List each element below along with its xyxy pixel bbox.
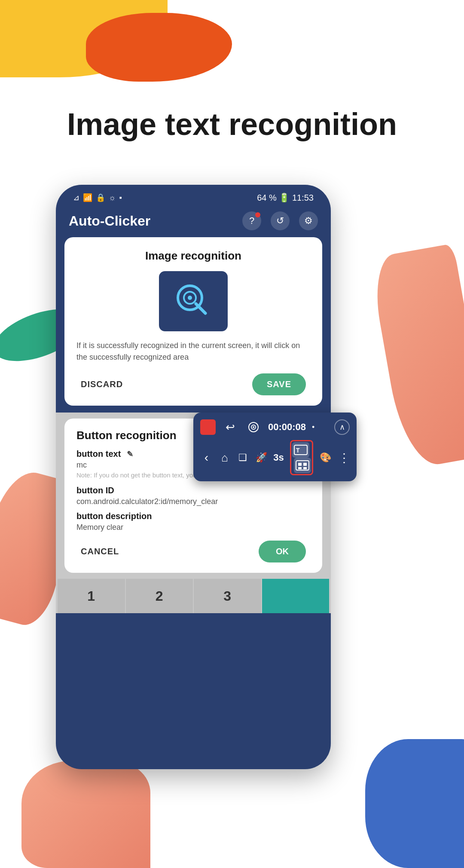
image-recognition-button[interactable]: [294, 458, 311, 473]
battery-small-icon: ▪: [119, 193, 122, 202]
help-icon: ?: [249, 215, 254, 226]
more-button[interactable]: ⋮: [337, 449, 350, 466]
lock-icon: 🔒: [96, 193, 105, 202]
image-recognition-card: Image recognition If it is successfully …: [64, 237, 322, 406]
app-bar: Auto-Clicker ? ↺ ⚙: [56, 207, 331, 237]
blob-orange: [86, 13, 232, 82]
calculator-keys: 1 2 3: [58, 579, 329, 613]
countdown-display: 3s: [273, 452, 284, 463]
button-description-value: Memory clear: [76, 523, 310, 532]
recognition-buttons: T: [290, 440, 313, 475]
discard-button[interactable]: DISCARD: [81, 379, 123, 389]
help-button[interactable]: ?: [242, 211, 261, 230]
toolbar-row-2: ‹ ⌂ ❑ 🚀 3s T: [200, 440, 350, 475]
recognition-image-preview: [159, 271, 228, 331]
text-recognition-group: T: [290, 440, 313, 475]
calc-key-2[interactable]: 2: [126, 579, 193, 613]
svg-rect-11: [298, 467, 302, 469]
timer-display: 00:00:08: [268, 422, 306, 433]
cancel-button[interactable]: CANCEL: [81, 547, 119, 556]
back-button[interactable]: ‹: [200, 449, 213, 466]
status-bar: ⊿ 📶 🔒 ☼ ▪ 64 % 🔋 11:53: [56, 185, 331, 207]
app-title: Auto-Clicker: [69, 213, 242, 229]
wifi-icon: 📶: [83, 193, 92, 202]
battery-icon: 🔋: [279, 193, 292, 202]
hand-right-illustration: [369, 243, 464, 470]
home-button[interactable]: ⌂: [219, 449, 231, 466]
img-recog-icon: [295, 459, 310, 472]
calc-key-3[interactable]: 3: [194, 579, 261, 613]
status-right: 64 % 🔋 11:53: [257, 193, 314, 203]
image-recognition-actions: DISCARD SAVE: [76, 373, 310, 395]
phone-mockup: ⊿ 📶 🔒 ☼ ▪ 64 % 🔋 11:53 Auto-Clicker ?: [56, 185, 331, 769]
text-recognition-button[interactable]: T: [292, 442, 309, 458]
target-icon: [247, 421, 259, 433]
timer-dot: •: [312, 423, 314, 432]
svg-text:T: T: [296, 447, 300, 454]
undo-button[interactable]: ↩: [222, 419, 239, 436]
hand-bottom-right-illustration: [365, 739, 464, 868]
history-icon: ↺: [276, 215, 284, 226]
svg-rect-8: [296, 461, 309, 470]
button-recognition-actions: CANCEL OK: [76, 541, 310, 562]
settings-icon: ⚙: [304, 215, 313, 226]
recognition-description: If it is successfully recognized in the …: [76, 340, 310, 363]
text-recog-icon: T: [293, 443, 308, 456]
expand-button[interactable]: ∧: [334, 419, 350, 435]
stop-button[interactable]: [200, 419, 216, 435]
brightness-icon: ☼: [109, 193, 116, 202]
target-button[interactable]: [245, 419, 262, 436]
touch-cursor-icon: [172, 280, 215, 323]
status-left: ⊿ 📶 🔒 ☼ ▪: [73, 193, 122, 202]
page-headline: Image text recognition: [0, 107, 464, 141]
calc-key-1[interactable]: 1: [58, 579, 125, 613]
svg-rect-10: [303, 463, 307, 466]
time-display: 11:53: [292, 193, 314, 202]
button-id-label: button ID: [76, 486, 310, 495]
history-button[interactable]: ↺: [271, 211, 290, 230]
recents-button[interactable]: ❑: [237, 449, 249, 466]
hand-bottom-left-illustration: [21, 761, 150, 868]
floating-toolbar: ↩ 00:00:08 • ∧ ‹ ⌂ ❑ 🚀 3s: [193, 413, 357, 481]
signal-icon: ⊿: [73, 193, 79, 202]
rocket-button[interactable]: 🚀: [255, 449, 268, 466]
button-description-label: button description: [76, 511, 310, 521]
save-button[interactable]: SAVE: [252, 373, 306, 395]
svg-point-2: [188, 296, 192, 300]
notification-badge: [255, 212, 260, 217]
settings-button[interactable]: ⚙: [299, 211, 318, 230]
svg-point-5: [253, 426, 254, 428]
svg-rect-9: [298, 463, 302, 466]
battery-percent: 64 %: [257, 193, 277, 202]
palette-button[interactable]: 🎨: [319, 449, 332, 466]
button-id-value: com.android.calculator2:id/memory_clear: [76, 497, 310, 506]
calc-key-teal[interactable]: [262, 579, 330, 613]
ok-button[interactable]: OK: [259, 541, 306, 562]
toolbar-row-1: ↩ 00:00:08 • ∧: [200, 419, 350, 436]
svg-rect-12: [303, 467, 307, 469]
image-recognition-title: Image recognition: [76, 249, 310, 263]
edit-icon[interactable]: ✎: [127, 449, 133, 459]
app-bar-icons: ? ↺ ⚙: [242, 211, 318, 230]
